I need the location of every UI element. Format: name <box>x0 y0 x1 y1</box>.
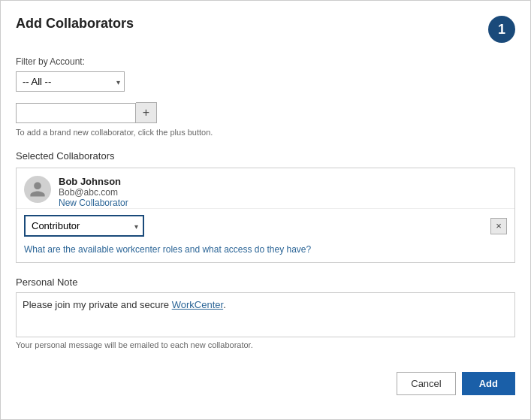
collaborator-email: Bob@abc.com <box>59 187 507 198</box>
note-text-after: . <box>223 299 226 310</box>
collaborator-name: Bob Johnson <box>59 176 507 187</box>
search-input[interactable] <box>16 103 136 123</box>
collaborator-info: Bob Johnson Bob@abc.com New Collaborator <box>59 176 507 208</box>
collaborator-tag: New Collaborator <box>59 198 507 208</box>
role-select[interactable]: Contributor Viewer Admin <box>26 216 143 235</box>
personal-note-section: Personal Note Please join my private and… <box>16 276 515 349</box>
table-row: Bob Johnson Bob@abc.com New Collaborator <box>17 168 514 209</box>
filter-account-select[interactable]: -- All -- Account 1 Account 2 <box>16 71 125 92</box>
badge-circle: 1 <box>488 16 515 43</box>
dialog-title: Add Collaborators <box>16 16 134 32</box>
dialog-header: Add Collaborators 1 <box>16 16 515 43</box>
add-button[interactable]: Add <box>462 372 515 395</box>
selected-collaborators-label: Selected Collaborators <box>16 150 515 162</box>
dialog-footer: Cancel Add <box>16 364 515 395</box>
role-row: Contributor Viewer Admin ▾ × <box>17 209 514 244</box>
workcenter-link[interactable]: WorkCenter <box>172 299 223 310</box>
collaborators-box: Bob Johnson Bob@abc.com New Collaborator… <box>16 168 515 263</box>
role-select-wrapper: Contributor Viewer Admin ▾ <box>24 215 144 237</box>
search-row: + <box>16 102 515 123</box>
user-avatar-icon <box>29 180 47 198</box>
personal-note-textarea[interactable]: Please join my private and secure WorkCe… <box>16 292 515 337</box>
note-hint: Your personal message will be emailed to… <box>16 340 515 349</box>
add-collaborators-dialog: Add Collaborators 1 Filter by Account: -… <box>0 0 531 420</box>
avatar <box>24 176 51 203</box>
cancel-button[interactable]: Cancel <box>397 372 455 395</box>
filter-label: Filter by Account: <box>16 56 515 67</box>
filter-account-wrapper: -- All -- Account 1 Account 2 ▾ <box>16 71 125 92</box>
roles-help-link[interactable]: What are the available workcenter roles … <box>17 244 514 262</box>
personal-note-label: Personal Note <box>16 276 515 288</box>
remove-collaborator-button[interactable]: × <box>490 218 507 234</box>
note-text-before: Please join my private and secure <box>23 299 172 310</box>
filter-section: Filter by Account: -- All -- Account 1 A… <box>16 56 515 92</box>
search-hint: To add a brand new collaborator, click t… <box>16 128 515 137</box>
add-inline-button[interactable]: + <box>136 102 157 123</box>
